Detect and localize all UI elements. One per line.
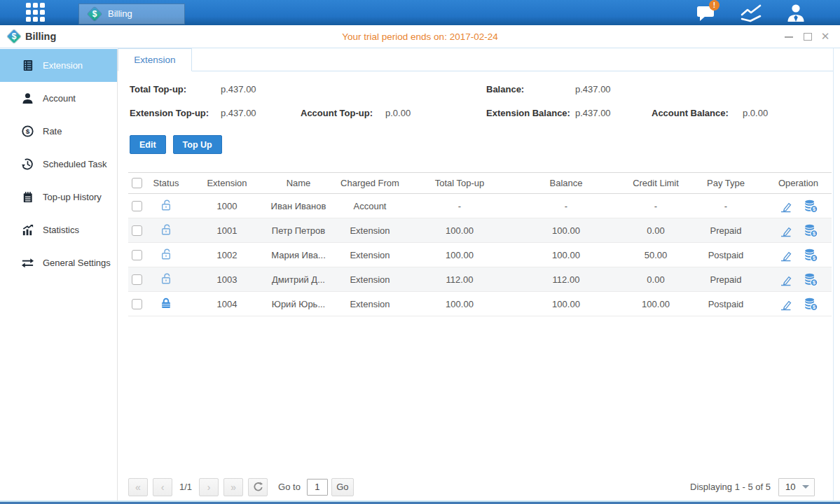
billing-app-icon: $ xyxy=(7,29,21,43)
next-page-button[interactable]: › xyxy=(199,478,219,496)
sidebar-item-account[interactable]: Account xyxy=(0,82,117,115)
svg-text:$: $ xyxy=(813,255,816,261)
balance: - xyxy=(507,201,625,211)
edit-button[interactable]: Edit xyxy=(130,135,166,154)
col-extension: Extension xyxy=(185,178,269,188)
extension-name: Иван Иванов xyxy=(269,201,328,211)
topup-coins-icon[interactable]: $ xyxy=(804,223,818,237)
extension-topup-value: p.437.00 xyxy=(221,108,256,118)
extension-number: 1001 xyxy=(185,225,269,236)
account-balance-value: p.0.00 xyxy=(743,108,768,118)
extension-number: 1002 xyxy=(185,250,269,260)
trial-period-notice: Your trial period ends on: 2017-02-24 xyxy=(0,31,840,42)
window-title: Billing xyxy=(25,31,56,42)
charged-from: Extension xyxy=(328,250,412,260)
tab-strip: Extension xyxy=(118,48,833,71)
total-topup: 100.00 xyxy=(412,250,507,260)
main-content: Extension Total Top-up: p.437.00 Balance… xyxy=(118,48,834,500)
row-checkbox[interactable] xyxy=(132,225,142,236)
table-row: 1003 Дмитрий Д... Extension 112.00 112.0… xyxy=(128,267,832,292)
table-row: 1001 Петр Петров Extension 100.00 100.00… xyxy=(128,218,832,243)
extension-name: Мария Ива... xyxy=(269,250,328,260)
statistics-chart-icon[interactable] xyxy=(739,2,763,23)
extension-balance-label: Extension Balance: xyxy=(486,108,575,118)
extension-table-body: 1000 Иван Иванов Account - - - - xyxy=(128,194,832,316)
page-indicator: 1/1 xyxy=(179,482,192,492)
topup-coins-icon[interactable]: $ xyxy=(804,272,818,286)
go-button[interactable]: Go xyxy=(331,478,354,496)
person-icon xyxy=(21,92,34,105)
row-checkbox[interactable] xyxy=(132,201,142,211)
col-status: Status xyxy=(147,178,185,188)
goto-label: Go to xyxy=(278,482,301,492)
notifications-chat-icon[interactable]: ! xyxy=(694,2,718,23)
account-topup-value: p.0.00 xyxy=(385,108,411,118)
edit-pencil-icon[interactable] xyxy=(779,200,792,213)
table-row: 1002 Мария Ива... Extension 100.00 100.0… xyxy=(128,243,832,267)
svg-text:$: $ xyxy=(813,304,816,310)
lock-closed-icon xyxy=(160,297,172,312)
page-size-dropdown[interactable]: 10 xyxy=(778,478,815,496)
total-topup: 100.00 xyxy=(412,225,507,236)
app-tab-billing[interactable]: $ Billing xyxy=(78,4,185,24)
edit-pencil-icon[interactable] xyxy=(779,273,792,286)
goto-page-input[interactable] xyxy=(307,479,328,496)
lock-open-icon xyxy=(160,248,172,262)
refresh-button[interactable] xyxy=(248,478,268,496)
ledger-icon xyxy=(21,59,34,72)
charged-from: Account xyxy=(328,201,412,211)
balance-summary: Total Top-up: p.437.00 Balance: p.437.00… xyxy=(130,81,833,120)
tab-extension[interactable]: Extension xyxy=(118,48,192,71)
charged-from: Extension xyxy=(328,274,412,285)
sidebar-item-general-settings[interactable]: General Settings xyxy=(0,246,117,279)
edit-pencil-icon[interactable] xyxy=(779,298,792,311)
prev-page-button[interactable]: ‹ xyxy=(153,478,172,496)
extension-name: Петр Петров xyxy=(269,225,328,236)
sidebar-item-topup-history[interactable]: Top-up History xyxy=(0,181,117,214)
pagination-bar: « ‹ 1/1 › » Go to Go Displaying 1 - 5 of… xyxy=(128,477,815,496)
total-topup: - xyxy=(412,201,507,211)
total-topup: 112.00 xyxy=(412,274,507,285)
svg-text:$: $ xyxy=(26,127,30,135)
app-grid-menu-icon[interactable] xyxy=(26,3,47,22)
sidebar-item-rate[interactable]: $ Rate xyxy=(0,115,117,148)
bar-chart-icon xyxy=(21,223,34,237)
table-header: Status Extension Name Charged From Total… xyxy=(128,172,832,194)
row-checkbox[interactable] xyxy=(132,274,142,285)
balance-label: Balance: xyxy=(486,84,575,94)
last-page-button[interactable]: » xyxy=(223,478,243,496)
lock-open-icon xyxy=(160,223,172,238)
select-all-checkbox[interactable] xyxy=(132,178,142,188)
extension-number: 1004 xyxy=(185,299,269,309)
close-button[interactable]: ✕ xyxy=(820,31,830,41)
billing-diamond-icon: $ xyxy=(88,7,102,21)
notification-badge: ! xyxy=(709,0,719,10)
maximize-button[interactable] xyxy=(802,31,812,41)
topup-coins-icon[interactable]: $ xyxy=(804,248,818,262)
row-checkbox[interactable] xyxy=(132,299,142,309)
extension-balance-value: p.437.00 xyxy=(575,108,611,118)
charged-from: Extension xyxy=(328,225,412,236)
user-account-icon[interactable] xyxy=(784,2,808,23)
balance: 100.00 xyxy=(507,225,625,236)
row-checkbox[interactable] xyxy=(132,250,142,260)
credit-limit: 0.00 xyxy=(625,225,687,236)
edit-pencil-icon[interactable] xyxy=(779,248,792,262)
sidebar-item-label: Rate xyxy=(43,126,62,136)
topup-coins-icon[interactable]: $ xyxy=(804,199,818,213)
transfer-arrows-icon xyxy=(21,256,34,270)
topup-button[interactable]: Top Up xyxy=(173,135,222,154)
credit-limit: 100.00 xyxy=(625,299,687,309)
minimize-button[interactable] xyxy=(784,31,794,41)
toolbar: Edit Top Up xyxy=(130,135,833,154)
chevron-down-icon xyxy=(802,485,809,489)
extension-topup-label: Extension Top-up: xyxy=(130,108,221,118)
sidebar-item-scheduled-task[interactable]: Scheduled Task xyxy=(0,148,117,181)
sidebar-item-extension[interactable]: Extension xyxy=(0,49,117,82)
edit-pencil-icon[interactable] xyxy=(779,224,792,237)
topup-coins-icon[interactable]: $ xyxy=(804,297,818,311)
charged-from: Extension xyxy=(328,299,412,309)
sidebar-item-statistics[interactable]: Statistics xyxy=(0,214,117,246)
first-page-button[interactable]: « xyxy=(128,478,148,496)
total-topup-value: p.437.00 xyxy=(221,84,256,94)
